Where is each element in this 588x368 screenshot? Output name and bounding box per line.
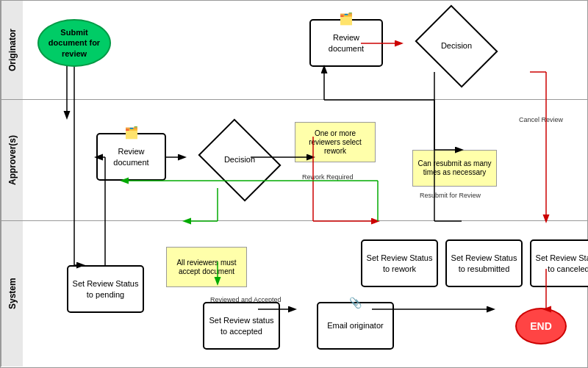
- lane-approver: Approver(s) 🗂️ Review document Decision …: [1, 100, 587, 221]
- set-pending-shape: Set Review Status to pending: [67, 265, 144, 313]
- lane-originator: Originator Submit document for review 🗂️…: [1, 1, 587, 100]
- cancel-label: Cancel Review: [519, 116, 563, 123]
- lane-label-approver: Approver(s): [1, 100, 23, 220]
- rework-required-label: Rework Required: [302, 173, 354, 181]
- email-originator-shape: 📎 Email originator: [317, 302, 394, 350]
- can-resubmit-note: Can resubmit as many times as necessary: [412, 150, 497, 187]
- decision-top-shape: Decision: [423, 21, 490, 71]
- review-doc-approver-shape: 🗂️ Review document: [96, 133, 166, 181]
- set-resubmitted-shape: Set Review Status to resubmitted: [445, 239, 523, 287]
- lane-content-originator: Submit document for review 🗂️ Review doc…: [23, 1, 587, 99]
- decision-approver-shape: Decision: [207, 135, 273, 185]
- lane-content-system: Set Review Status to pending All reviewe…: [23, 221, 587, 367]
- set-canceled-shape: Set Review Status to canceled: [530, 239, 588, 287]
- set-accepted-shape: Set Review status to accepted: [203, 302, 280, 350]
- one-or-more-note: One or more reviewers select rework: [295, 122, 376, 162]
- submit-shape: Submit document for review: [37, 19, 111, 67]
- lane-label-system: System: [1, 221, 23, 367]
- end-shape: END: [515, 308, 567, 344]
- resubmit-label: Resubmit for Review: [420, 192, 481, 199]
- swim-lanes: Originator Submit document for review 🗂️…: [1, 1, 587, 367]
- lane-content-approver: 🗂️ Review document Decision One or more …: [23, 100, 587, 220]
- review-doc-top-shape: 🗂️ Review document: [309, 19, 383, 67]
- lane-label-originator: Originator: [1, 1, 23, 99]
- all-reviewers-note: All reviewers must accept document: [166, 247, 247, 287]
- set-rework-shape: Set Review Status to rework: [361, 239, 438, 287]
- lane-system: System Set Review Status to pending All …: [1, 221, 587, 367]
- diagram-container: Originator Submit document for review 🗂️…: [0, 0, 588, 368]
- reviewed-accepted-label: Reviewed and Accepted: [210, 296, 282, 303]
